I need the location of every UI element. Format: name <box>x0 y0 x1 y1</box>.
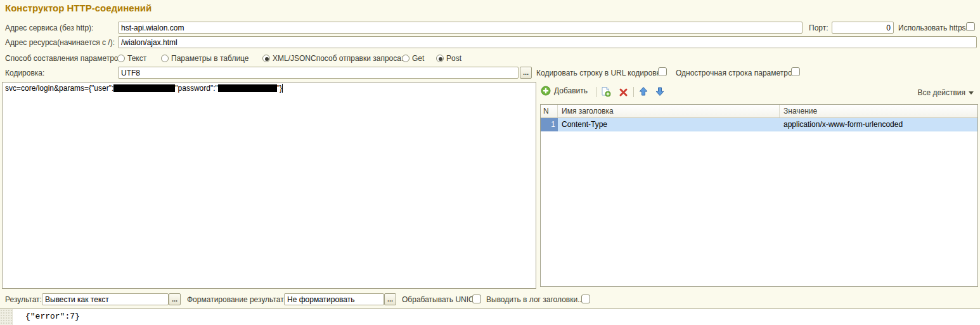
headers-table: N Имя заголовка Значение 1 Content-Type … <box>540 104 978 287</box>
result-more-button[interactable]: ... <box>169 293 181 305</box>
port-label: Порт: <box>809 23 828 32</box>
encoding-label: Кодировка: <box>5 69 44 77</box>
redacted-password-value <box>218 84 277 92</box>
result-format-label: Форматирование результата: <box>187 295 290 304</box>
duplicate-header-button[interactable] <box>600 86 611 97</box>
resource-address-label: Адрес ресурса(начинается с /): <box>5 38 115 47</box>
request-params-editor[interactable]: svc=core/login&params={"user":"password"… <box>2 82 536 289</box>
result-mode-input[interactable] <box>42 293 169 305</box>
delete-x-icon <box>619 88 628 97</box>
service-address-input[interactable] <box>118 22 803 34</box>
column-header-name: Имя заголовка <box>558 105 780 117</box>
radio-option-label: Get <box>412 54 424 63</box>
result-format-more-button[interactable]: ... <box>384 293 396 305</box>
add-header-label: Добавить <box>554 86 588 95</box>
single-line-checkbox[interactable] <box>791 67 800 76</box>
radio-option-label: Параметры в таблице <box>171 54 249 63</box>
result-output-text: {"error":7} <box>25 312 80 321</box>
encoding-input[interactable] <box>118 67 519 79</box>
delete-header-button[interactable] <box>619 88 628 97</box>
radio-icon <box>117 55 125 62</box>
single-line-label: Однострочная строка параметров: <box>676 69 798 77</box>
radio-option-label: XML/JSON <box>273 54 311 63</box>
radio-option-label: Текст <box>127 54 146 63</box>
log-headers-checkbox[interactable] <box>581 295 590 303</box>
radio-icon-selected <box>262 55 270 62</box>
params-text-prefix: svc=core/login&params={"user": <box>5 84 113 93</box>
arrow-up-icon <box>638 86 648 96</box>
process-unic-label: Обрабатывать UNIC... <box>402 295 480 304</box>
process-unic-checkbox[interactable] <box>472 295 481 303</box>
url-encode-label: Кодировать строку в URL кодировке: <box>536 69 666 77</box>
toolbar-separator <box>596 87 596 97</box>
radio-icon <box>402 55 409 62</box>
row-number-cell: 1 <box>541 118 558 131</box>
all-actions-label: Все действия <box>918 88 965 97</box>
params-method-option-xmljson[interactable]: XML/JSON <box>262 53 311 63</box>
table-row[interactable]: 1 Content-Type application/x-www-form-ur… <box>541 118 977 131</box>
header-value-cell: application/x-www-form-urlencoded <box>780 118 977 131</box>
params-method-option-text[interactable]: Текст <box>117 53 146 63</box>
all-actions-button[interactable]: Все действия <box>918 88 974 97</box>
arrow-down-icon <box>655 86 665 96</box>
params-text-between: "password":" <box>175 84 217 93</box>
result-format-input[interactable] <box>284 293 384 305</box>
radio-option-label: Post <box>446 54 461 63</box>
editor-gutter <box>0 309 13 325</box>
radio-icon <box>161 55 169 62</box>
move-up-button[interactable] <box>638 86 648 96</box>
toolbar-separator <box>633 87 634 97</box>
text-cursor <box>282 84 283 93</box>
headers-table-header: N Имя заголовка Значение <box>541 105 977 118</box>
request-method-option-get[interactable]: Get <box>402 53 424 63</box>
column-header-n: N <box>541 105 558 117</box>
params-method-option-table[interactable]: Параметры в таблице <box>161 53 249 63</box>
resource-address-input[interactable] <box>118 36 977 48</box>
header-name-cell: Content-Type <box>558 118 780 131</box>
use-https-label: Использовать https: <box>898 23 968 32</box>
service-address-label: Адрес сервиса (без http): <box>5 23 93 32</box>
move-down-button[interactable] <box>655 86 665 96</box>
port-input[interactable] <box>832 22 894 34</box>
add-plus-icon <box>541 86 551 96</box>
result-label: Результат: <box>5 295 42 304</box>
add-header-button[interactable]: Добавить <box>541 86 588 96</box>
params-text-suffix: "} <box>277 84 282 93</box>
request-method-label: Способ отправки запроса: <box>311 54 403 63</box>
result-output[interactable]: {"error":7} <box>0 308 980 325</box>
use-https-checkbox[interactable] <box>966 22 975 31</box>
page-title: Конструктор HTTP-соединений <box>5 3 152 13</box>
url-encode-checkbox[interactable] <box>658 67 667 76</box>
radio-icon-selected <box>436 55 444 62</box>
params-method-label: Способ составления параметров: <box>5 54 124 63</box>
column-header-value: Значение <box>780 105 977 117</box>
request-method-option-post[interactable]: Post <box>436 53 461 63</box>
http-connection-constructor-window: Конструктор HTTP-соединений Адрес сервис… <box>0 0 980 325</box>
chevron-down-icon <box>969 91 974 95</box>
log-headers-label: Выводить в лог заголовки... <box>486 295 584 304</box>
encoding-more-button[interactable]: ... <box>520 67 532 79</box>
redacted-user-value <box>113 84 175 92</box>
copy-plus-icon <box>600 86 611 97</box>
